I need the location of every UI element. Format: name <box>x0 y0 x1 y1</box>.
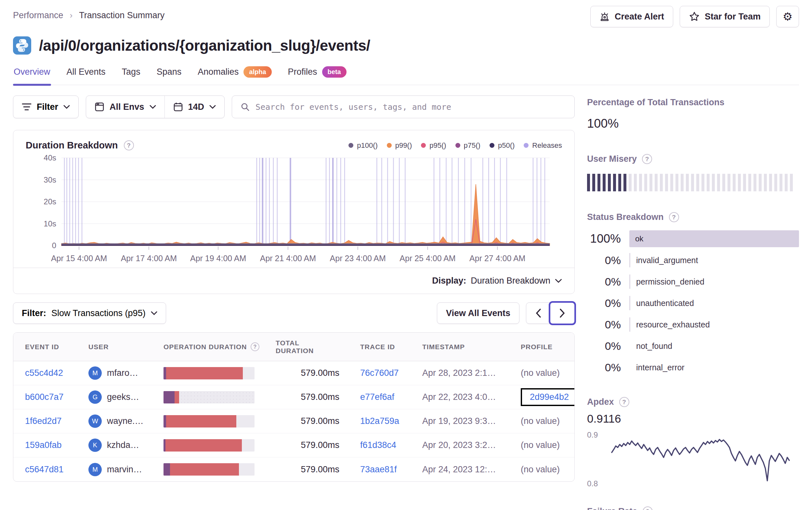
user-name: marvin… <box>107 464 142 475</box>
help-icon[interactable]: ? <box>643 506 653 510</box>
operation-duration-bar <box>164 463 255 476</box>
legend-item-p100[interactable]: p100() <box>348 141 378 150</box>
create-alert-button[interactable]: Create Alert <box>590 6 673 27</box>
trace-id-link[interactable]: 76c760d7 <box>360 368 399 378</box>
misery-bar-filled <box>587 174 590 191</box>
status-label: not_found <box>629 339 672 353</box>
misery-bar-empty <box>743 174 746 191</box>
user-cell: Kkzhda… <box>88 439 164 452</box>
user-misery-title-text: User Misery <box>587 154 637 164</box>
column-profile[interactable]: PROFILE <box>521 343 563 351</box>
svg-text:Apr 17 4:00 AM: Apr 17 4:00 AM <box>121 254 177 263</box>
help-icon[interactable]: ? <box>619 397 629 407</box>
date-range-selector[interactable]: 14D <box>165 96 225 118</box>
status-pct: 0% <box>587 254 629 267</box>
trace-id-link[interactable]: 73aae81f <box>360 464 397 474</box>
misery-bar-filled <box>618 174 621 191</box>
previous-page-button[interactable] <box>526 303 550 324</box>
operation-duration-bar <box>164 367 255 380</box>
svg-text:Apr 27 4:00 AM: Apr 27 4:00 AM <box>469 254 525 263</box>
filter-dropdown[interactable]: Filter <box>13 95 79 118</box>
tab-anomalies-label: Anomalies <box>198 67 239 77</box>
help-icon[interactable]: ? <box>642 154 652 164</box>
misery-bar-empty <box>649 174 652 191</box>
column-user[interactable]: USER <box>88 343 164 351</box>
duration-breakdown-card: Duration Breakdown ? p100()p99()p95()p75… <box>13 130 575 294</box>
view-all-events-button[interactable]: View All Events <box>437 302 519 324</box>
trace-id-link[interactable]: 1b2a759a <box>360 416 399 426</box>
status-row-resource_exhausted: 0%resource_exhausted <box>587 314 799 335</box>
tab-overview[interactable]: Overview <box>13 64 51 85</box>
tab-tags[interactable]: Tags <box>121 64 141 85</box>
duration-breakdown-title-text: Duration Breakdown <box>26 140 118 151</box>
chevron-down-icon <box>151 311 157 316</box>
breadcrumb-performance[interactable]: Performance <box>13 10 63 21</box>
operation-duration-bar <box>164 391 255 403</box>
column-timestamp[interactable]: TIMESTAMP <box>422 343 521 351</box>
column-trace-id[interactable]: TRACE ID <box>360 343 422 351</box>
apdex-title: Apdex ? <box>587 397 799 407</box>
trace-id-link[interactable]: e77ef6af <box>360 392 394 402</box>
transactions-filter-dropdown[interactable]: Filter: Slow Transactions (p95) <box>13 302 166 324</box>
environment-selector[interactable]: All Envs <box>86 96 165 118</box>
display-value[interactable]: Duration Breakdown <box>471 276 550 286</box>
status-bar-ok[interactable]: ok <box>629 230 799 247</box>
tab-anomalies[interactable]: Anomalies alpha <box>197 64 272 85</box>
legend-item-Releases[interactable]: Releases <box>524 141 562 150</box>
filter-lines-icon <box>22 103 32 111</box>
event-id-link[interactable]: b600c7a7 <box>25 392 64 402</box>
tab-all-events[interactable]: All Events <box>66 64 106 85</box>
misery-bar-filled <box>592 174 595 191</box>
misery-bar-empty <box>639 174 642 191</box>
help-icon[interactable]: ? <box>669 212 679 222</box>
column-total-duration[interactable]: TOTAL DURATION <box>276 339 360 355</box>
trace-id-link[interactable]: f61d38c4 <box>360 440 396 450</box>
misery-bar-empty <box>701 174 704 191</box>
next-page-button[interactable] <box>550 303 574 324</box>
tab-spans[interactable]: Spans <box>156 64 182 85</box>
pct-total-transactions-title: Percentage of Total Transactions <box>587 97 799 108</box>
main: Filter All Envs 14D <box>13 95 799 510</box>
legend-item-p99[interactable]: p99() <box>387 141 412 150</box>
gear-icon: ⚙ <box>783 11 792 22</box>
legend-label: p50() <box>498 141 515 150</box>
duration-breakdown-chart[interactable]: 010s20s30s40sApr 15 4:00 AMApr 17 4:00 A… <box>13 152 574 268</box>
event-id-link[interactable]: c5647d81 <box>25 464 64 474</box>
total-duration: 579.00ms <box>276 440 360 450</box>
legend-item-p50[interactable]: p50() <box>490 141 515 150</box>
column-trace-id-label: TRACE ID <box>360 343 395 351</box>
legend-label: p95() <box>429 141 446 150</box>
chevron-down-icon <box>149 105 156 109</box>
star-for-team-button[interactable]: Star for Team <box>680 6 770 27</box>
search-input[interactable] <box>256 102 566 112</box>
user-name: mfaro… <box>107 368 138 378</box>
apdex-value: 0.9116 <box>587 412 799 425</box>
display-selector-row: Display: Duration Breakdown <box>13 268 574 294</box>
column-operation-duration[interactable]: OPERATION DURATION ? <box>164 342 276 351</box>
event-id-link[interactable]: 159a0fab <box>25 440 62 450</box>
misery-bar-empty <box>634 174 637 191</box>
tab-profiles[interactable]: Profiles beta <box>287 64 347 85</box>
svg-text:Apr 25 4:00 AM: Apr 25 4:00 AM <box>400 254 456 263</box>
total-duration: 579.00ms <box>276 464 360 475</box>
duration-segment-db <box>164 463 170 476</box>
help-icon[interactable]: ? <box>251 342 259 351</box>
status-pct: 0% <box>587 318 629 331</box>
legend-label: p99() <box>395 141 412 150</box>
settings-button[interactable]: ⚙ <box>776 6 799 27</box>
filter-dropdown-label: Filter <box>37 102 58 112</box>
legend-item-p75[interactable]: p75() <box>456 141 481 150</box>
timestamp: Apr 19, 2023 9:3… <box>422 416 521 426</box>
legend-item-p95[interactable]: p95() <box>421 141 446 150</box>
column-event-id[interactable]: EVENT ID <box>25 343 88 351</box>
tab-bar: Overview All Events Tags Spans Anomalies… <box>13 64 799 85</box>
events-table-header: EVENT ID USER OPERATION DURATION ? TOTAL… <box>13 333 574 361</box>
svg-text:30s: 30s <box>44 175 56 184</box>
misery-bar-empty <box>717 174 720 191</box>
event-id-link[interactable]: 1f6ed2d7 <box>25 416 62 426</box>
profile-link[interactable]: 2d99e4b2 <box>530 392 569 402</box>
duration-breakdown-title: Duration Breakdown ? <box>26 140 134 151</box>
chevron-down-icon <box>209 105 216 109</box>
help-icon[interactable]: ? <box>124 140 134 150</box>
event-id-link[interactable]: c55c4d42 <box>25 368 63 378</box>
